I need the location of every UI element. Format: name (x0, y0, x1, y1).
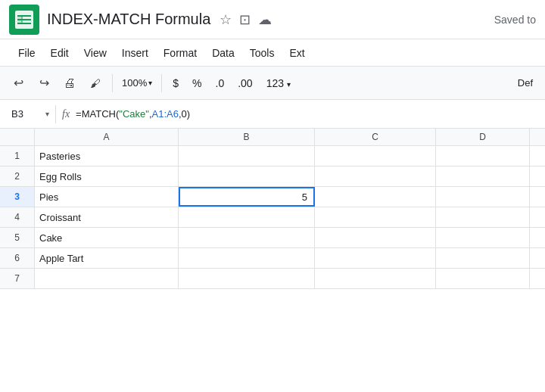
cell-c3[interactable] (315, 187, 436, 207)
col-header-a: A (35, 129, 179, 145)
zoom-value: 100% (122, 77, 147, 89)
star-icon[interactable]: ☆ (220, 11, 232, 28)
saved-status: Saved to (494, 14, 536, 26)
cell-a3[interactable]: Pies (35, 187, 179, 207)
row-num-6: 6 (0, 248, 35, 268)
row-num-2: 2 (0, 166, 35, 186)
spreadsheet: A B C D 1 Pasteries 2 Egg Rolls 3 Pies 5 (0, 129, 545, 289)
col-header-c: C (315, 129, 436, 145)
app-icon (9, 5, 39, 35)
formula-content: =MATCH("Cake",A1:A6,0) (76, 108, 539, 120)
formula-string-arg: "Cake" (119, 108, 149, 120)
saved-label: Saved to (494, 14, 536, 26)
cell-c4[interactable] (315, 207, 436, 227)
folder-icon[interactable]: ⊡ (239, 11, 251, 28)
undo-button[interactable]: ↩ (6, 71, 30, 95)
row-num-header (0, 129, 35, 145)
cell-b6[interactable] (179, 248, 315, 268)
menu-ext[interactable]: Ext (283, 44, 310, 62)
row-num-3: 3 (0, 187, 35, 207)
toolbar: ↩ ↪ 🖨 🖌 100% ▾ $ % .0 .00 123 ▾ Def (0, 67, 545, 100)
spreadsheet-wrapper: A B C D 1 Pasteries 2 Egg Rolls 3 Pies 5 (0, 129, 545, 289)
cell-b3[interactable]: 5 (179, 187, 315, 207)
table-row: 7 (0, 269, 545, 289)
separator2 (161, 74, 162, 92)
cell-d4[interactable] (436, 207, 530, 227)
cell-c7[interactable] (315, 269, 436, 288)
decimal-less-button[interactable]: .0 (210, 74, 231, 92)
cell-reference[interactable]: B3 (6, 104, 42, 123)
table-row: 2 Egg Rolls (0, 166, 545, 187)
menu-view[interactable]: View (78, 44, 113, 62)
cell-b5[interactable] (179, 228, 315, 247)
row-num-4: 4 (0, 207, 35, 227)
row-num-1: 1 (0, 146, 35, 166)
top-bar-icons: ☆ ⊡ ☁ (220, 11, 272, 28)
cell-d1[interactable] (436, 146, 530, 166)
formula-range-arg: A1:A6 (152, 108, 179, 120)
zoom-dropdown-icon: ▾ (148, 79, 152, 87)
row-num-5: 5 (0, 228, 35, 247)
cell-b2[interactable] (179, 166, 315, 186)
decimal-more-button[interactable]: .00 (232, 74, 258, 92)
cell-d7[interactable] (436, 269, 530, 288)
number-format-button[interactable]: 123 ▾ (260, 74, 297, 92)
col-header-d: D (436, 129, 530, 145)
cell-a2[interactable]: Egg Rolls (35, 166, 179, 186)
print-button[interactable]: 🖨 (58, 71, 82, 95)
cell-d3[interactable] (436, 187, 530, 207)
formula-bar-divider (55, 105, 56, 123)
row-num-7: 7 (0, 269, 35, 288)
cell-c6[interactable] (315, 248, 436, 268)
menu-tools[interactable]: Tools (244, 44, 281, 62)
cell-a6[interactable]: Apple Tart (35, 248, 179, 268)
cell-a1[interactable]: Pasteries (35, 146, 179, 166)
number-format-dropdown-icon: ▾ (287, 80, 291, 89)
menu-format[interactable]: Format (157, 44, 203, 62)
top-bar: INDEX-MATCH Formula ☆ ⊡ ☁ Saved to (0, 0, 545, 39)
menu-bar: File Edit View Insert Format Data Tools … (0, 39, 545, 67)
cell-a4[interactable]: Croissant (35, 207, 179, 227)
cell-b1[interactable] (179, 146, 315, 166)
menu-file[interactable]: File (12, 44, 42, 62)
cell-c5[interactable] (315, 228, 436, 247)
cell-b4[interactable] (179, 207, 315, 227)
menu-insert[interactable]: Insert (116, 44, 154, 62)
cell-a7[interactable] (35, 269, 179, 288)
document-title: INDEX-MATCH Formula (47, 11, 210, 28)
zoom-control[interactable]: 100% ▾ (117, 76, 157, 90)
table-row: 5 Cake (0, 228, 545, 248)
table-row: 4 Croissant (0, 207, 545, 228)
cell-d6[interactable] (436, 248, 530, 268)
cell-ref-dropdown[interactable]: ▾ (45, 110, 49, 118)
cell-b3-value: 5 (302, 191, 307, 203)
column-headers: A B C D (0, 129, 545, 146)
percent-button[interactable]: % (186, 74, 207, 92)
paint-format-button[interactable]: 🖌 (83, 71, 107, 95)
formula-suffix: ,0) (179, 108, 190, 120)
menu-data[interactable]: Data (206, 44, 241, 62)
fx-icon: fx (62, 108, 70, 120)
currency-button[interactable]: $ (167, 74, 185, 92)
separator1 (112, 74, 113, 92)
cell-c2[interactable] (315, 166, 436, 186)
cell-a5[interactable]: Cake (35, 228, 179, 247)
redo-button[interactable]: ↪ (32, 71, 56, 95)
col-header-b: B (179, 129, 315, 145)
svg-rect-5 (17, 15, 22, 24)
cell-d2[interactable] (436, 166, 530, 186)
cloud-icon[interactable]: ☁ (258, 11, 272, 28)
cell-b7[interactable] (179, 269, 315, 288)
cell-d5[interactable] (436, 228, 530, 247)
table-row: 6 Apple Tart (0, 248, 545, 269)
cell-c1[interactable] (315, 146, 436, 166)
formula-prefix: =MATCH( (76, 108, 119, 120)
table-row: 3 Pies 5 (0, 187, 545, 207)
table-row: 1 Pasteries (0, 146, 545, 166)
menu-edit[interactable]: Edit (45, 44, 75, 62)
formula-bar: B3 ▾ fx =MATCH("Cake",A1:A6,0) (0, 100, 545, 129)
default-style-button[interactable]: Def (512, 74, 539, 92)
